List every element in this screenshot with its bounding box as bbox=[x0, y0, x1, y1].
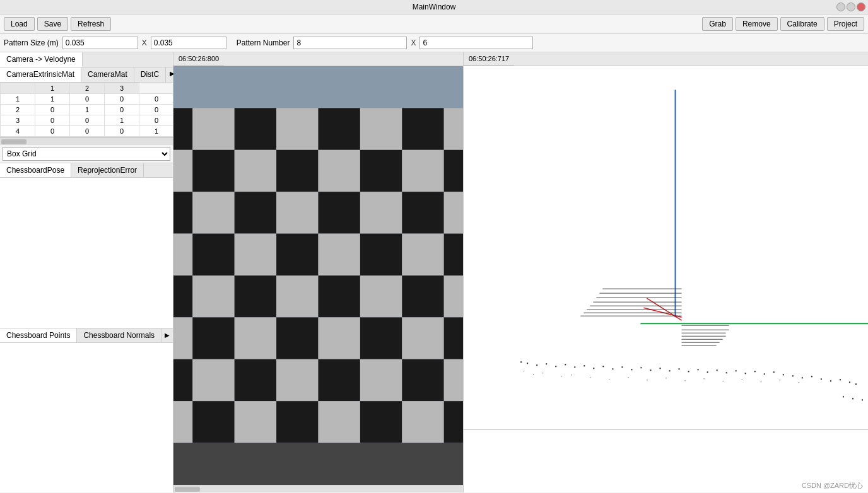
svg-rect-112 bbox=[764, 373, 765, 374]
svg-rect-113 bbox=[773, 371, 775, 373]
svg-rect-23 bbox=[402, 192, 443, 233]
save-button[interactable]: Save bbox=[37, 17, 68, 31]
svg-rect-49 bbox=[173, 359, 192, 401]
tab-chessboard-points[interactable]: Chessboard Points bbox=[0, 328, 77, 342]
svg-rect-62 bbox=[360, 401, 402, 443]
svg-rect-88 bbox=[536, 364, 537, 366]
lidar-view bbox=[464, 66, 868, 429]
svg-rect-119 bbox=[830, 380, 831, 381]
svg-rect-20 bbox=[276, 192, 318, 233]
svg-rect-133 bbox=[628, 377, 628, 378]
svg-rect-138 bbox=[723, 381, 724, 381]
svg-rect-66 bbox=[464, 84, 868, 412]
window-controls[interactable] bbox=[836, 3, 865, 11]
cell-3-1: 0 bbox=[35, 115, 70, 126]
tab-reprojection-error[interactable]: ReprojectionError bbox=[71, 163, 144, 177]
camera-timestamp-bar: 06:50:26:800 bbox=[173, 52, 463, 66]
chessboard-svg bbox=[173, 66, 463, 485]
table-row: 3 0 0 1 0 bbox=[1, 115, 173, 126]
table-row: 4 0 0 0 1 bbox=[1, 126, 173, 137]
svg-rect-17 bbox=[173, 192, 192, 233]
load-button[interactable]: Load bbox=[4, 17, 35, 31]
lidar-timestamp-tab[interactable]: 06:50:26:717 bbox=[464, 52, 514, 66]
svg-rect-55 bbox=[402, 359, 443, 401]
svg-rect-60 bbox=[276, 401, 318, 443]
svg-rect-46 bbox=[360, 317, 402, 359]
watermark: CSDN @ZARD忧心 bbox=[802, 481, 863, 490]
cell-1-1: 1 bbox=[35, 94, 70, 105]
bottom-tab-more-icon[interactable]: ▶ bbox=[161, 329, 173, 341]
image-scrollbar-thumb[interactable] bbox=[175, 487, 200, 492]
pattern-number-input[interactable] bbox=[293, 37, 407, 49]
matrix-table-container: 1 2 3 1 1 0 0 0 2 0 bbox=[0, 83, 173, 137]
svg-rect-111 bbox=[754, 371, 756, 372]
pattern-number-x-input[interactable] bbox=[419, 37, 533, 49]
cell-1-2: 0 bbox=[70, 94, 105, 105]
matrix-scrollbar[interactable] bbox=[0, 137, 173, 145]
svg-rect-99 bbox=[640, 367, 642, 368]
svg-rect-33 bbox=[173, 276, 192, 317]
svg-rect-34 bbox=[192, 276, 234, 317]
tab-chessboard-pose[interactable]: ChessboardPose bbox=[0, 163, 71, 177]
refresh-button[interactable]: Refresh bbox=[71, 17, 111, 31]
svg-rect-120 bbox=[840, 379, 841, 380]
maximize-button[interactable] bbox=[847, 3, 855, 11]
svg-rect-10 bbox=[192, 150, 234, 192]
pattern-size-x2-input[interactable] bbox=[151, 37, 226, 49]
tab-camera-extrinsic[interactable]: CameraExtrinsicMat bbox=[0, 67, 81, 82]
svg-rect-25 bbox=[173, 234, 192, 276]
right-toolbar: Grab Remove Calibrate Project bbox=[702, 17, 864, 31]
chessboard-view bbox=[173, 66, 463, 485]
box-grid-row: Box Grid bbox=[0, 145, 173, 163]
project-button[interactable]: Project bbox=[827, 17, 864, 31]
pattern-size-x-input[interactable] bbox=[62, 37, 138, 49]
tab-camera-mat[interactable]: CameraMat bbox=[81, 67, 134, 82]
row-num-1: 1 bbox=[1, 94, 35, 105]
svg-rect-109 bbox=[736, 370, 737, 371]
svg-rect-11 bbox=[235, 150, 276, 192]
svg-rect-105 bbox=[698, 369, 699, 370]
camera-timestamp-tab[interactable]: 06:50:26:800 bbox=[173, 52, 224, 66]
scrollbar-thumb[interactable] bbox=[1, 139, 26, 144]
svg-rect-16 bbox=[444, 150, 463, 192]
svg-rect-128 bbox=[542, 373, 543, 373]
minimize-button[interactable] bbox=[836, 3, 845, 11]
svg-rect-101 bbox=[659, 368, 660, 369]
svg-rect-107 bbox=[717, 369, 718, 371]
grab-button[interactable]: Grab bbox=[702, 17, 733, 31]
cell-4-4: 1 bbox=[139, 126, 173, 137]
cell-3-4: 0 bbox=[139, 115, 173, 126]
svg-rect-4 bbox=[276, 108, 318, 149]
svg-rect-94 bbox=[593, 368, 594, 369]
svg-rect-131 bbox=[590, 377, 590, 378]
tab-dist-c[interactable]: DistC bbox=[134, 67, 166, 82]
col-header-2: 2 bbox=[70, 83, 105, 94]
cell-2-3: 0 bbox=[105, 105, 139, 115]
x-separator-2: X bbox=[411, 38, 416, 47]
svg-rect-9 bbox=[173, 150, 192, 192]
svg-rect-134 bbox=[647, 380, 647, 380]
svg-rect-2 bbox=[192, 108, 234, 149]
row-num-4: 4 bbox=[1, 126, 35, 137]
x-separator-1: X bbox=[142, 38, 147, 47]
pattern-size-label: Pattern Size (m) bbox=[4, 38, 59, 47]
left-panel: Camera -> Velodyne CameraExtrinsicMat Ca… bbox=[0, 52, 173, 492]
svg-rect-22 bbox=[360, 192, 402, 233]
svg-rect-104 bbox=[688, 371, 689, 372]
svg-rect-100 bbox=[650, 369, 651, 371]
svg-rect-6 bbox=[360, 108, 402, 149]
close-button[interactable] bbox=[857, 3, 865, 11]
remove-button[interactable]: Remove bbox=[736, 17, 778, 31]
svg-rect-7 bbox=[402, 108, 443, 149]
svg-rect-50 bbox=[192, 359, 234, 401]
tab-chessboard-normals[interactable]: Chessboard Normals bbox=[77, 328, 161, 342]
camera-tab-strip: Camera -> Velodyne bbox=[0, 52, 173, 67]
params-bar: Pattern Size (m) X Pattern Number X bbox=[0, 34, 868, 52]
image-scrollbar[interactable] bbox=[173, 485, 463, 492]
svg-rect-122 bbox=[855, 383, 857, 385]
camera-velodyne-tab[interactable]: Camera -> Velodyne bbox=[0, 52, 83, 67]
svg-rect-29 bbox=[319, 234, 360, 276]
cell-3-3: 1 bbox=[105, 115, 139, 126]
box-grid-select[interactable]: Box Grid bbox=[3, 147, 170, 161]
calibrate-button[interactable]: Calibrate bbox=[780, 17, 824, 31]
